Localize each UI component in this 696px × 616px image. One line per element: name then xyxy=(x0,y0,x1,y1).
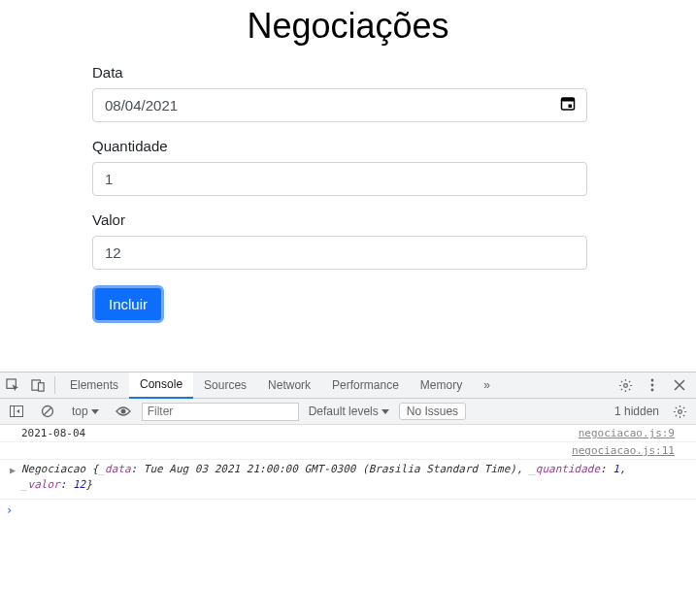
issues-button[interactable]: No Issues xyxy=(399,403,466,420)
tab-elements[interactable]: Elements xyxy=(59,373,129,399)
valor-input[interactable] xyxy=(92,236,587,270)
console-prompt[interactable]: › xyxy=(0,500,696,521)
svg-point-14 xyxy=(120,409,125,414)
svg-rect-5 xyxy=(38,382,44,390)
devtools-panel: Elements Console Sources Network Perform… xyxy=(0,372,696,616)
hidden-count: 1 hidden xyxy=(614,405,659,418)
console-sidebar-toggle-icon[interactable] xyxy=(4,399,29,424)
object-class: Negociacao xyxy=(21,463,85,475)
clear-console-icon[interactable] xyxy=(35,399,60,424)
tab-memory[interactable]: Memory xyxy=(410,373,473,399)
context-label: top xyxy=(72,405,88,418)
console-object[interactable]: ▶ Negociacao {_data: Tue Aug 03 2021 21:… xyxy=(0,460,696,500)
tab-performance[interactable]: Performance xyxy=(321,373,410,399)
source-link[interactable]: negociacao.js:9 xyxy=(579,427,675,439)
tab-network[interactable]: Network xyxy=(257,373,321,399)
live-expression-icon[interactable] xyxy=(111,399,136,424)
filter-input[interactable] xyxy=(142,403,299,421)
svg-point-6 xyxy=(623,383,627,387)
context-selector[interactable]: top xyxy=(66,405,105,418)
negociacoes-form: Data Quantidade Valor Incluir xyxy=(92,64,587,323)
page-title: Negociações xyxy=(0,6,696,47)
data-label: Data xyxy=(92,64,587,81)
console-settings-icon[interactable] xyxy=(667,399,692,424)
inspect-icon[interactable] xyxy=(0,373,25,398)
svg-point-7 xyxy=(651,379,654,382)
kebab-menu-icon[interactable] xyxy=(640,373,665,398)
log-message: 2021-08-04 xyxy=(21,427,579,439)
expand-triangle-icon[interactable]: ▶ xyxy=(10,464,16,478)
quantidade-input[interactable] xyxy=(92,162,587,196)
levels-label: Default levels xyxy=(309,405,379,418)
console-log-line: negociacao.js:11 xyxy=(0,442,696,460)
svg-point-15 xyxy=(678,409,681,413)
tab-console[interactable]: Console xyxy=(129,373,193,399)
console-log-line: 2021-08-04 negociacao.js:9 xyxy=(0,425,696,442)
chevron-down-icon xyxy=(381,409,389,414)
tabs-overflow-icon[interactable]: » xyxy=(473,373,501,399)
svg-point-9 xyxy=(651,389,654,392)
source-link[interactable]: negociacao.js:11 xyxy=(572,444,675,457)
svg-line-13 xyxy=(44,407,51,415)
prompt-chevron-icon: › xyxy=(6,503,13,517)
data-input[interactable] xyxy=(92,88,587,122)
incluir-button[interactable]: Incluir xyxy=(92,285,164,323)
close-icon[interactable] xyxy=(667,373,692,398)
quantidade-label: Quantidade xyxy=(92,138,587,154)
svg-point-8 xyxy=(651,384,654,387)
settings-icon[interactable] xyxy=(613,373,638,398)
tab-sources[interactable]: Sources xyxy=(193,373,257,399)
chevron-down-icon xyxy=(91,409,99,414)
device-toggle-icon[interactable] xyxy=(25,373,50,398)
log-levels-selector[interactable]: Default levels xyxy=(305,405,393,418)
page-viewport[interactable]: Negociações Data Quantidade Valor Inclui… xyxy=(0,0,696,372)
valor-label: Valor xyxy=(92,211,587,228)
